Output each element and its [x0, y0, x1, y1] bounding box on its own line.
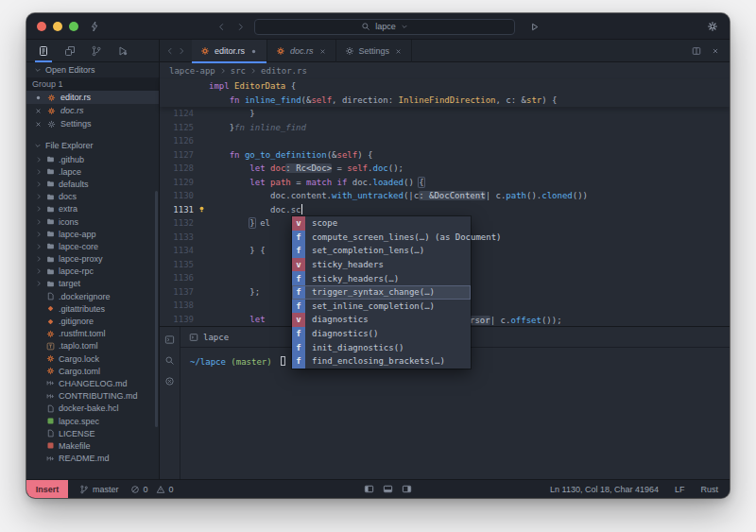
folder-icon: [46, 242, 55, 250]
panel-file-explorer-button[interactable]: [30, 40, 57, 62]
file-tree-folder[interactable]: lapce-rpc: [26, 266, 159, 278]
file-tree-item[interactable]: CONTRIBUTING.md: [26, 390, 159, 403]
breadcrumb-item[interactable]: lapce-app: [169, 66, 215, 76]
settings-gear-button[interactable]: [707, 21, 718, 32]
code-line[interactable]: impl EditorData {: [160, 79, 730, 94]
breadcrumb-item[interactable]: editor.rs: [261, 66, 307, 76]
completion-item[interactable]: finit_diagnostics(): [292, 340, 471, 354]
file-tree-item[interactable]: .gitignore: [26, 315, 159, 327]
completion-item[interactable]: fset_completion_lens(…): [292, 244, 471, 258]
file-tree-folder[interactable]: docs: [26, 191, 159, 203]
file-tree-item[interactable]: CHANGELOG.md: [26, 377, 159, 389]
completion-item[interactable]: ffind_enclosing_brackets(…): [292, 354, 471, 369]
completion-item[interactable]: vdiagnostics: [292, 313, 471, 327]
git-branch-indicator[interactable]: master: [79, 485, 119, 494]
completion-item[interactable]: vscope: [292, 216, 471, 231]
breadcrumb-item[interactable]: src: [231, 66, 246, 76]
completion-item[interactable]: ftrigger_syntax_change(…): [292, 285, 471, 300]
code-line[interactable]: 1129 let path = match if doc.loaded() {: [160, 176, 730, 190]
search-icon[interactable]: [164, 355, 175, 366]
code-line[interactable]: 1130 doc.content.with_untracked(|c: &Doc…: [160, 189, 730, 203]
file-tree-folder[interactable]: lapce-proxy: [26, 253, 159, 266]
panel-source-control-button[interactable]: [83, 40, 110, 62]
file-tree-folder[interactable]: .lapce: [26, 165, 159, 178]
panel-plugins-button[interactable]: [57, 40, 83, 62]
file-tree-item[interactable]: .dockerignore: [26, 290, 159, 302]
minimize-window-button[interactable]: [53, 22, 62, 31]
file-tree-item[interactable]: Cargo.lock: [26, 352, 159, 365]
tab-forward-button[interactable]: [177, 46, 186, 56]
completion-label: set_inline_completion(…): [305, 300, 471, 314]
open-editor-item[interactable]: editor.rs: [26, 91, 159, 104]
code-line[interactable]: 1131 doc.sc: [160, 203, 730, 217]
problems-icon[interactable]: [164, 376, 175, 386]
cursor-position[interactable]: Ln 1130, Col 18, Char 41964: [550, 485, 659, 494]
code-line[interactable]: 1125 }fn inline_find: [160, 121, 730, 135]
completion-label: set_completion_lens(…): [305, 244, 471, 258]
file-tree-folder[interactable]: .github: [26, 153, 159, 165]
sidebar-scrollbar[interactable]: [155, 191, 158, 427]
file-tree-item[interactable]: docker-bake.hcl: [26, 403, 159, 415]
variable-kind-icon: v: [292, 313, 305, 327]
toggle-right-panel-button[interactable]: [402, 484, 412, 494]
warning-count[interactable]: 0: [156, 485, 174, 494]
folder-name: .lapce: [59, 167, 81, 177]
tab-back-button[interactable]: [165, 46, 175, 56]
open-editor-item[interactable]: Settings: [26, 117, 159, 130]
terminal-tab[interactable]: lapce: [203, 333, 229, 342]
code-line[interactable]: 1128 let doc: Rc<Doc> = self.doc();: [160, 162, 730, 176]
code-text: letrsor| c.offset());: [209, 315, 266, 324]
open-editors-section-header[interactable]: Open Editors: [26, 62, 159, 77]
line-ending[interactable]: LF: [675, 485, 685, 494]
toggle-left-panel-button[interactable]: [364, 484, 374, 494]
language-mode[interactable]: Rust: [700, 485, 718, 494]
completion-item[interactable]: fdiagnostics(): [292, 327, 471, 341]
editor-tab[interactable]: editor.rs: [192, 40, 267, 62]
error-count[interactable]: 0: [130, 485, 148, 494]
code-line[interactable]: 1126: [160, 134, 730, 148]
completion-item[interactable]: fset_inline_completion(…): [292, 300, 471, 314]
open-editor-item[interactable]: doc.rs: [26, 104, 159, 117]
file-tree-item[interactable]: README.md: [26, 453, 159, 465]
completion-item[interactable]: vsticky_headers: [292, 258, 471, 272]
toggle-bottom-panel-button[interactable]: [383, 484, 393, 494]
editor-tab[interactable]: Settings: [336, 40, 413, 62]
close-editor-button[interactable]: [711, 46, 720, 56]
editor-tab[interactable]: doc.rs: [267, 40, 336, 62]
file-name: LICENSE: [59, 429, 95, 438]
code-line[interactable]: 1124 }: [160, 107, 730, 121]
file-tree-folder[interactable]: target: [26, 278, 159, 290]
terminal-icon[interactable]: [164, 335, 175, 345]
file-tree-item[interactable]: .gitattributes: [26, 302, 159, 315]
file-explorer-section-header[interactable]: File Explorer: [26, 138, 159, 153]
code-line[interactable]: 1127 fn go_to_definition(&self) {: [160, 148, 730, 163]
breadcrumb[interactable]: lapce-app src editor.rs: [160, 62, 730, 79]
nav-back-button[interactable]: [216, 22, 227, 32]
split-editor-button[interactable]: [692, 46, 701, 56]
file-tree-folder[interactable]: icons: [26, 215, 159, 228]
rust-icon: [276, 46, 285, 56]
file-tree-folder[interactable]: lapce-core: [26, 240, 159, 252]
file-tree-item[interactable]: .rustfmt.toml: [26, 328, 159, 340]
close-window-button[interactable]: [37, 22, 46, 31]
zoom-window-button[interactable]: [69, 22, 78, 31]
file-tree-folder[interactable]: lapce-app: [26, 228, 159, 240]
completion-item[interactable]: fsticky_headers(…): [292, 271, 471, 285]
code-line[interactable]: fn inline_find(&self, direction: InlineF…: [160, 94, 730, 108]
close-tab-icon: [318, 47, 327, 56]
workspace-search-button[interactable]: lapce: [254, 19, 515, 35]
file-tree-item[interactable]: Cargo.toml: [26, 365, 159, 377]
file-tree-folder[interactable]: defaults: [26, 178, 159, 190]
file-tree-item[interactable]: lapce.spec: [26, 415, 159, 427]
file-tree-folder[interactable]: extra: [26, 203, 159, 215]
panel-debug-button[interactable]: [110, 40, 136, 62]
mode-badge[interactable]: Insert: [26, 480, 68, 498]
run-button[interactable]: [529, 22, 540, 32]
line-number: 1134: [160, 246, 194, 255]
folder-icon: [46, 280, 55, 288]
file-tree-item[interactable]: Makefile: [26, 439, 159, 452]
completion-item[interactable]: fcompute_screen_lines(…) (as Document): [292, 231, 471, 245]
file-tree-item[interactable]: .taplo.toml: [26, 340, 159, 352]
file-tree-item[interactable]: LICENSE: [26, 427, 159, 439]
nav-forward-button[interactable]: [235, 22, 246, 32]
